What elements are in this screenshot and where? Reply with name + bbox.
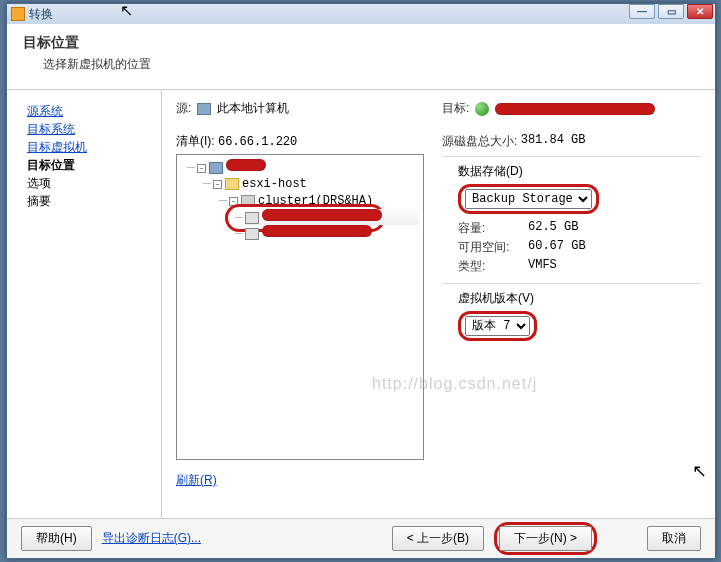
main-panel: 源: 此本地计算机 清单(I): 66.66.1.220 - -esxi-hos… bbox=[162, 90, 715, 556]
source-label: 源: bbox=[176, 100, 191, 117]
window-title: 转换 bbox=[29, 6, 53, 23]
target-label: 目标: bbox=[442, 100, 469, 117]
globe-icon bbox=[475, 102, 489, 116]
step-target-system[interactable]: 目标系统 bbox=[27, 120, 149, 138]
redacted-text bbox=[226, 159, 266, 171]
total-disk-value: 381.84 GB bbox=[521, 133, 586, 150]
step-target-vm[interactable]: 目标虚拟机 bbox=[27, 138, 149, 156]
source-value: 此本地计算机 bbox=[217, 100, 289, 117]
help-button[interactable]: 帮助(H) bbox=[21, 526, 92, 551]
converter-window: 转换 — ▭ ✕ ↖ 目标位置 选择新虚拟机的位置 源系统 目标系统 目标虚拟机… bbox=[6, 3, 716, 559]
tree-cluster[interactable]: -cluster1(DRS&HA) bbox=[229, 192, 419, 241]
step-summary: 摘要 bbox=[27, 192, 149, 210]
wizard-footer: 帮助(H) 导出诊断日志(G)... < 上一步(B) 下一步(N) > 取消 bbox=[7, 518, 715, 558]
host-icon bbox=[197, 103, 211, 115]
highlight-ring: 下一步(N) > bbox=[494, 522, 597, 555]
inventory-tree[interactable]: - -esxi-host -cluster1(DRS&HA) bbox=[176, 154, 424, 460]
highlight-ring: 版本 7 bbox=[458, 311, 537, 341]
inventory-label: 清单(I): bbox=[176, 134, 215, 148]
wizard-header: 目标位置 选择新虚拟机的位置 bbox=[7, 24, 715, 90]
highlight-ring: Backup Storage bbox=[458, 184, 599, 214]
type-label: 类型: bbox=[458, 258, 528, 275]
tree-folder[interactable]: -esxi-host -cluster1(DRS&HA) bbox=[213, 175, 419, 241]
step-target-location: 目标位置 bbox=[27, 156, 149, 174]
host-node-icon bbox=[245, 212, 259, 224]
tree-root[interactable]: - -esxi-host -cluster1(DRS&HA) bbox=[197, 159, 419, 241]
capacity-label: 容量: bbox=[458, 220, 528, 237]
minimize-button[interactable]: — bbox=[629, 4, 655, 19]
step-options: 选项 bbox=[27, 174, 149, 192]
capacity-value: 62.5 GB bbox=[528, 220, 578, 237]
folder-label: esxi-host bbox=[242, 177, 307, 191]
app-icon bbox=[11, 7, 25, 21]
host-node-icon bbox=[245, 228, 259, 240]
datacenter-icon bbox=[209, 162, 223, 174]
cancel-button[interactable]: 取消 bbox=[647, 526, 701, 551]
page-title: 目标位置 bbox=[23, 34, 699, 52]
refresh-link[interactable]: 刷新(R) bbox=[176, 473, 217, 487]
free-value: 60.67 GB bbox=[528, 239, 586, 256]
vmversion-select[interactable]: 版本 7 bbox=[465, 316, 530, 336]
titlebar[interactable]: 转换 — ▭ ✕ ↖ bbox=[7, 4, 715, 24]
redacted-text bbox=[262, 209, 382, 221]
page-subtitle: 选择新虚拟机的位置 bbox=[43, 56, 699, 73]
vmversion-label: 虚拟机版本(V) bbox=[458, 290, 701, 307]
step-source-system[interactable]: 源系统 bbox=[27, 102, 149, 120]
folder-icon bbox=[225, 178, 239, 190]
type-value: VMFS bbox=[528, 258, 557, 275]
tree-host-selected[interactable] bbox=[245, 209, 419, 225]
maximize-button[interactable]: ▭ bbox=[658, 4, 684, 19]
total-disk-label: 源磁盘总大小: bbox=[442, 133, 517, 150]
free-label: 可用空间: bbox=[458, 239, 528, 256]
redacted-text bbox=[262, 225, 372, 237]
tree-host[interactable] bbox=[245, 225, 419, 241]
datastore-label: 数据存储(D) bbox=[458, 163, 701, 180]
next-button[interactable]: 下一步(N) > bbox=[499, 526, 592, 551]
redacted-text bbox=[495, 103, 655, 115]
close-button[interactable]: ✕ bbox=[687, 4, 713, 19]
wizard-steps: 源系统 目标系统 目标虚拟机 目标位置 选项 摘要 bbox=[7, 90, 162, 556]
datastore-select[interactable]: Backup Storage bbox=[465, 189, 592, 209]
cursor-icon: ↖ bbox=[120, 1, 133, 20]
back-button[interactable]: < 上一步(B) bbox=[392, 526, 484, 551]
inventory-ip: 66.66.1.220 bbox=[218, 135, 297, 149]
export-log-link[interactable]: 导出诊断日志(G)... bbox=[102, 530, 201, 547]
